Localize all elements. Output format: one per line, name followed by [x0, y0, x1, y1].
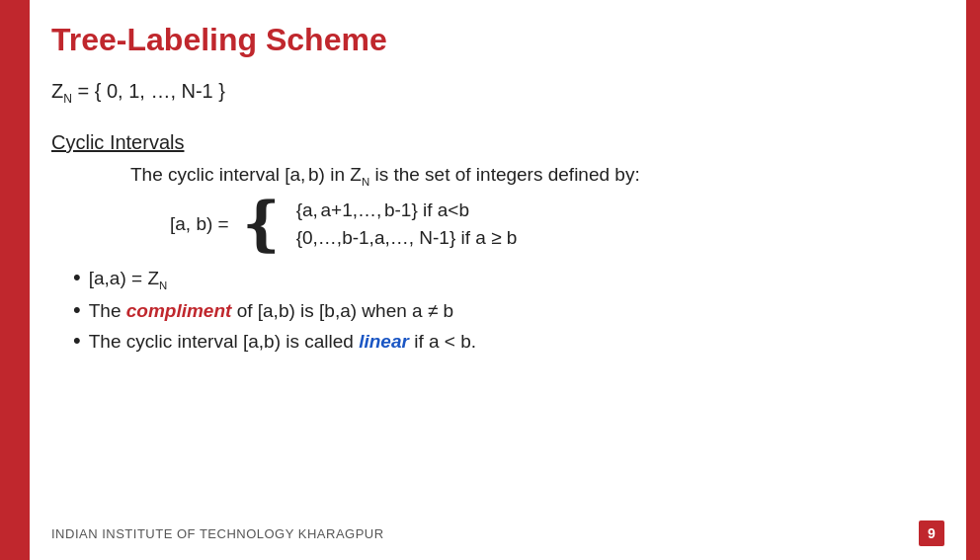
bullet1-text: [a,a) = ZN	[89, 268, 168, 291]
bullet-dot-2: •	[73, 299, 81, 321]
main-content: Tree-Labeling Scheme ZN = { 0, 1, …, N-1…	[30, 0, 966, 560]
bullet-list: • [a,a) = ZN • The compliment of [a,b) i…	[73, 267, 937, 353]
zn-set: = { 0, 1, …, N-1 }	[72, 80, 225, 102]
case-line-1: {a, a+1,…, b-1} if a<b	[296, 200, 518, 221]
case1-set: {a, a+1,…, b-1}	[296, 200, 418, 220]
bullet-dot-3: •	[73, 330, 81, 352]
left-accent-bar	[0, 0, 30, 560]
linear-italic: linear	[359, 331, 409, 352]
big-bracket-icon: ❴	[237, 198, 286, 251]
zn-definition: ZN = { 0, 1, …, N-1 }	[51, 80, 937, 106]
compliment-italic: compliment	[126, 300, 232, 321]
def-intro: The cyclic interval [a, b) in Z	[130, 164, 362, 185]
footer: INDIAN INSTITUTE OF TECHNOLOGY KHARAGPUR…	[30, 520, 966, 546]
slide-title: Tree-Labeling Scheme	[51, 22, 937, 58]
footer-institute: INDIAN INSTITUTE OF TECHNOLOGY KHARAGPUR	[51, 526, 384, 541]
zn-z: Z	[51, 80, 63, 102]
bullet-dot-1: •	[73, 267, 81, 288]
right-accent-bar	[966, 0, 980, 560]
case-line-2: {0,…,b-1,a,…, N-1} if a ≥ b	[296, 227, 518, 249]
footer-page-number: 9	[919, 520, 944, 546]
bullet3-text: The cyclic interval [a,b) is called line…	[89, 331, 476, 353]
definition-block: The cyclic interval [a, b) in ZN is the …	[130, 164, 937, 251]
bullet-item-2: • The compliment of [a,b) is [b,a) when …	[73, 299, 937, 322]
case1-condition: if a<b	[418, 200, 469, 220]
def-zn-sub: N	[362, 176, 369, 188]
bullet2-text: The compliment of [a,b) is [b,a) when a …	[89, 300, 453, 322]
bullet-item-1: • [a,a) = ZN	[73, 267, 937, 291]
case2-condition: if a ≥ b	[455, 227, 517, 248]
zn-sub: N	[63, 92, 72, 106]
def-suffix: is the set of integers defined by:	[369, 164, 640, 185]
definition-intro-text: The cyclic interval [a, b) in ZN is the …	[130, 164, 937, 188]
bullet-item-3: • The cyclic interval [a,b) is called li…	[73, 330, 937, 353]
bracket-label: [a, b) =	[170, 213, 229, 235]
case2-set: {0,…,b-1,a,…, N-1}	[296, 227, 456, 248]
cyclic-intervals-heading: Cyclic Intervals	[51, 131, 937, 154]
cases-container: {a, a+1,…, b-1} if a<b {0,…,b-1,a,…, N-1…	[296, 200, 518, 249]
piecewise-definition: [a, b) = ❴ {a, a+1,…, b-1} if a<b {0,…,b…	[170, 198, 937, 251]
